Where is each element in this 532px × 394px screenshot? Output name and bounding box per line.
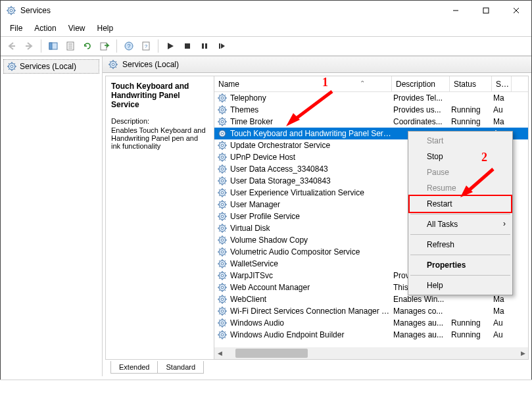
tree-pane: Services (Local) <box>1 57 103 376</box>
ctx-all-tasks[interactable]: All Tasks <box>410 216 511 232</box>
ctx-resume: Resume <box>410 180 511 196</box>
service-name: User Profile Service <box>230 212 393 221</box>
service-startup: Ma <box>493 117 513 126</box>
menu-action[interactable]: Action <box>29 22 61 35</box>
col-status[interactable]: Status <box>450 76 492 91</box>
gear-icon <box>217 93 228 103</box>
service-name: User Experience Virtualization Service <box>230 188 393 197</box>
show-hide-tree-button[interactable] <box>46 39 60 53</box>
svg-text:?: ? <box>127 43 130 49</box>
service-desc: Manages au... <box>393 330 451 339</box>
list-header-title: Services (Local) <box>122 60 179 69</box>
start-service-button[interactable] <box>163 39 178 53</box>
service-row[interactable]: Time BrokerCoordinates...RunningMa <box>214 116 528 128</box>
menu-help[interactable]: Help <box>92 22 119 35</box>
back-button[interactable] <box>5 39 19 53</box>
service-startup: Ma <box>493 93 513 103</box>
service-name: Touch Keyboard and Handwriting Panel Ser… <box>230 129 393 138</box>
detail-desc-label: Description: <box>111 117 208 125</box>
titlebar: Services <box>1 1 531 20</box>
statusbar <box>0 380 532 394</box>
service-startup: Au <box>493 330 513 339</box>
help-button[interactable]: ? <box>122 39 136 53</box>
service-name: Themes <box>230 105 393 114</box>
pause-service-button[interactable] <box>197 39 212 53</box>
ctx-refresh[interactable]: Refresh <box>410 237 511 253</box>
service-row[interactable]: ThemesProvides us...RunningAu <box>214 104 528 116</box>
service-name: User Data Storage_3340843 <box>230 176 393 185</box>
ctx-separator <box>410 214 510 214</box>
gear-icon <box>217 176 228 186</box>
service-row[interactable]: TelephonyProvides Tel...Ma <box>214 92 528 104</box>
refresh-button[interactable] <box>80 39 95 53</box>
service-name: Windows Audio Endpoint Builder <box>230 330 393 339</box>
gear-icon <box>217 128 228 139</box>
gear-icon <box>217 140 228 151</box>
gear-icon <box>217 270 228 281</box>
gear-icon <box>108 59 118 70</box>
svg-rect-28 <box>202 43 204 49</box>
gear-icon <box>217 223 228 234</box>
service-desc: Coordinates... <box>393 117 451 126</box>
scroll-thumb[interactable] <box>235 349 308 358</box>
service-name: Time Broker <box>230 117 393 126</box>
restart-service-button[interactable] <box>214 39 229 53</box>
gear-icon <box>217 306 228 316</box>
col-startup[interactable]: Sta... <box>492 76 512 91</box>
col-description[interactable]: Description <box>392 76 450 91</box>
tab-extended[interactable]: Extended <box>110 361 157 374</box>
ctx-restart[interactable]: Restart <box>410 196 511 212</box>
service-name: User Manager <box>230 200 393 209</box>
detail-title: Touch Keyboard and Handwriting Panel Ser… <box>111 82 208 109</box>
gear-icon <box>217 164 228 174</box>
service-name: Virtual Disk <box>230 224 393 233</box>
gear-icon <box>217 247 228 257</box>
ctx-separator <box>410 255 510 255</box>
ctx-properties[interactable]: Properties <box>410 257 511 273</box>
gear-icon <box>217 199 228 210</box>
help2-button[interactable]: ? <box>139 39 153 53</box>
service-name: Telephony <box>230 93 393 103</box>
svg-rect-17 <box>49 43 52 49</box>
svg-text:?: ? <box>145 43 148 49</box>
gear-icon <box>217 330 228 340</box>
service-name: User Data Access_3340843 <box>230 164 393 174</box>
service-row[interactable]: Windows Audio Endpoint BuilderManages au… <box>214 329 528 341</box>
horizontal-scrollbar[interactable]: ◀ ▶ <box>214 347 528 359</box>
ctx-separator <box>410 234 510 235</box>
service-row[interactable]: Wi-Fi Direct Services Connection Manager… <box>214 305 528 317</box>
col-name[interactable]: Name <box>214 76 392 91</box>
service-name: Update Orchestrator Service <box>230 141 393 150</box>
ctx-help[interactable]: Help <box>410 278 511 293</box>
gear-icon <box>217 259 228 269</box>
tab-standard[interactable]: Standard <box>157 361 204 374</box>
menubar: File Action View Help <box>1 20 531 36</box>
service-name: Web Account Manager <box>230 283 393 292</box>
stop-service-button[interactable] <box>180 39 195 53</box>
export-button[interactable] <box>97 39 112 53</box>
scroll-left-icon[interactable]: ◀ <box>214 348 225 358</box>
view-tabs: Extended Standard <box>105 361 529 374</box>
service-name: Windows Audio <box>230 318 393 328</box>
tree-item-services-local[interactable]: Services (Local) <box>3 59 99 74</box>
maximize-button[interactable] <box>471 1 501 20</box>
detail-desc: Enables Touch Keyboard and Handwriting P… <box>111 126 208 150</box>
minimize-button[interactable] <box>441 1 471 20</box>
service-desc: Provides Tel... <box>393 93 451 103</box>
service-status: Running <box>451 105 493 114</box>
scroll-right-icon[interactable]: ▶ <box>518 348 528 358</box>
menu-view[interactable]: View <box>63 22 91 35</box>
ctx-start: Start <box>410 133 511 149</box>
svg-rect-11 <box>483 8 489 13</box>
ctx-stop[interactable]: Stop <box>410 149 511 164</box>
close-button[interactable] <box>501 1 531 20</box>
service-name: Volumetric Audio Compositor Service <box>230 247 393 257</box>
service-row[interactable]: Windows AudioManages au...RunningAu <box>214 317 528 329</box>
context-menu: Start Stop Pause Resume Restart All Task… <box>408 131 513 295</box>
properties-button[interactable] <box>63 39 78 53</box>
list-header: Services (Local) <box>103 57 531 73</box>
menu-file[interactable]: File <box>5 22 28 35</box>
gear-icon <box>217 282 228 293</box>
forward-button[interactable] <box>22 39 36 53</box>
service-startup: Ma <box>493 307 513 316</box>
